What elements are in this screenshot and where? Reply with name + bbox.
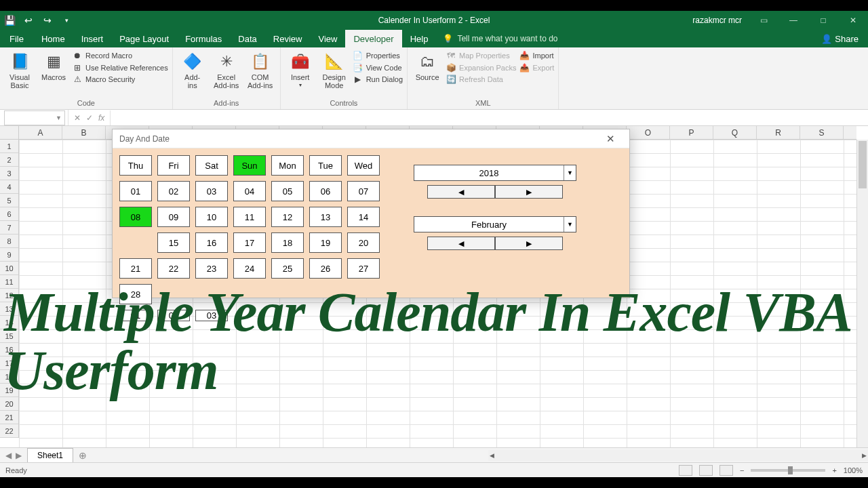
worksheet-grid[interactable]: ABCDEFGHIJKLMNOPQRS 12345678910111213141… <box>0 126 868 447</box>
date-cell[interactable]: 24 <box>233 258 266 279</box>
zoom-slider[interactable] <box>751 469 825 472</box>
save-icon[interactable]: 💾 <box>0 11 19 30</box>
date-cell[interactable]: 12 <box>271 207 304 227</box>
row-header[interactable]: 12 <box>0 289 18 302</box>
row-header[interactable]: 5 <box>0 194 18 207</box>
date-cell[interactable]: 01 <box>119 181 152 201</box>
day-header[interactable]: Thu <box>119 155 152 176</box>
zoom-out-button[interactable]: − <box>740 466 744 474</box>
row-header[interactable]: 3 <box>0 167 18 180</box>
date-cell[interactable]: 18 <box>271 232 304 253</box>
row-header[interactable]: 10 <box>0 262 18 275</box>
map-properties-button[interactable]: 🗺Map Properties <box>446 50 516 62</box>
day-header[interactable]: Sun <box>233 155 266 176</box>
row-header[interactable]: 13 <box>0 302 18 316</box>
expansion-packs-button[interactable]: 📦Expansion Packs <box>446 62 516 75</box>
tab-page-layout[interactable]: Page Layout <box>111 30 177 47</box>
date-cell[interactable]: 08 <box>119 207 152 227</box>
row-header[interactable]: 15 <box>0 329 18 343</box>
com-addins-button[interactable]: 📋COM Add-ins <box>245 49 276 89</box>
share-button[interactable]: 👤 Share <box>812 34 868 44</box>
tab-insert[interactable]: Insert <box>73 30 112 47</box>
tell-me-search[interactable]: 💡 Tell me what you want to do <box>436 34 564 43</box>
page-layout-view-button[interactable] <box>699 465 713 476</box>
col-header[interactable]: A <box>19 126 62 139</box>
tab-data[interactable]: Data <box>230 30 264 47</box>
chevron-down-icon[interactable]: ▼ <box>56 115 62 121</box>
export-button[interactable]: 📤Export <box>519 62 554 75</box>
tab-formulas[interactable]: Formulas <box>177 30 230 47</box>
date-cell[interactable]: 20 <box>347 232 380 253</box>
month-combo[interactable]: February▼ <box>414 216 576 232</box>
run-dialog-button[interactable]: ▶Run Dialog <box>353 74 403 86</box>
normal-view-button[interactable] <box>679 465 692 476</box>
excel-addins-button[interactable]: ✳Excel Add-ins <box>211 49 242 89</box>
import-button[interactable]: 📥Import <box>519 50 554 62</box>
day-header[interactable]: Fri <box>157 155 190 176</box>
sheet-tab-sheet1[interactable]: Sheet1 <box>27 448 73 463</box>
view-code-button[interactable]: 📑View Code <box>353 62 403 75</box>
date-cell[interactable]: 11 <box>233 207 266 227</box>
date-cell[interactable]: 07 <box>347 181 380 201</box>
col-header[interactable]: O <box>627 126 670 139</box>
redo-icon[interactable]: ↪ <box>38 11 57 30</box>
row-header[interactable]: 20 <box>0 397 18 411</box>
relative-references-button[interactable]: ⊞Use Relative References <box>72 62 168 75</box>
date-cell[interactable]: 04 <box>233 181 266 201</box>
col-header[interactable]: Q <box>713 126 757 139</box>
userform-close-icon[interactable]: ✕ <box>598 133 623 145</box>
sheet-nav-next-icon[interactable]: ▶ <box>16 451 22 460</box>
chevron-down-icon[interactable]: ▼ <box>564 165 576 180</box>
row-header[interactable]: 4 <box>0 180 18 194</box>
date-cell[interactable]: 09 <box>157 207 190 227</box>
day-header[interactable]: Wed <box>347 155 380 176</box>
page-break-view-button[interactable] <box>719 465 733 476</box>
userform-titlebar[interactable]: Day And Date ✕ <box>113 129 629 148</box>
col-header[interactable]: B <box>62 126 106 139</box>
row-header[interactable]: 11 <box>0 275 18 289</box>
row-header[interactable]: 2 <box>0 153 18 167</box>
date-cell[interactable]: 26 <box>309 258 342 279</box>
row-header[interactable]: 8 <box>0 235 18 248</box>
sheet-nav-prev-icon[interactable]: ◀ <box>5 451 12 460</box>
undo-icon[interactable]: ↩ <box>19 11 38 30</box>
maximize-icon[interactable]: □ <box>808 11 838 30</box>
row-header[interactable]: 22 <box>0 424 18 438</box>
date-cell[interactable]: 05 <box>271 181 304 201</box>
date-cell[interactable]: 15 <box>157 232 190 253</box>
year-prev-button[interactable]: ◀ <box>427 185 495 199</box>
month-next-button[interactable]: ▶ <box>495 237 563 250</box>
row-header[interactable]: 17 <box>0 357 18 370</box>
row-header[interactable]: 21 <box>0 411 18 424</box>
row-headers[interactable]: 12345678910111213141516171819202122 <box>0 140 19 438</box>
row-header[interactable]: 18 <box>0 370 18 384</box>
zoom-level[interactable]: 100% <box>844 466 863 474</box>
tab-review[interactable]: Review <box>265 30 311 47</box>
xml-source-button[interactable]: 🗂Source <box>412 49 443 81</box>
date-cell-next-month[interactable]: 03 <box>195 310 228 321</box>
new-sheet-button[interactable]: ⊕ <box>73 450 92 461</box>
date-cell[interactable]: 19 <box>309 232 342 253</box>
date-cell[interactable]: 02 <box>157 181 190 201</box>
date-cell[interactable]: 17 <box>233 232 266 253</box>
tab-help[interactable]: Help <box>402 30 437 47</box>
close-icon[interactable]: ✕ <box>838 11 868 30</box>
tab-home[interactable]: Home <box>33 30 73 47</box>
date-cell[interactable]: 06 <box>309 181 342 201</box>
addins-button[interactable]: 🔷Add- ins <box>177 49 208 89</box>
date-cell[interactable]: 22 <box>157 258 190 279</box>
day-header[interactable]: Tue <box>309 155 342 176</box>
macros-button[interactable]: ▦Macros <box>38 49 69 81</box>
design-mode-button[interactable]: 📐Design Mode <box>319 49 350 89</box>
date-cell-next-month[interactable]: 02 <box>157 310 190 321</box>
cancel-formula-icon[interactable]: ✕ <box>74 113 81 123</box>
row-header[interactable]: 14 <box>0 316 18 329</box>
zoom-in-button[interactable]: + <box>832 466 836 474</box>
date-cell-next-month[interactable]: 01 <box>119 310 152 321</box>
day-header[interactable]: Sat <box>195 155 228 176</box>
fx-icon[interactable]: fx <box>98 113 104 123</box>
col-header[interactable]: P <box>670 126 713 139</box>
horizontal-scrollbar[interactable]: ◀▶ <box>488 450 868 461</box>
day-header[interactable]: Mon <box>271 155 304 176</box>
row-header[interactable]: 9 <box>0 248 18 262</box>
